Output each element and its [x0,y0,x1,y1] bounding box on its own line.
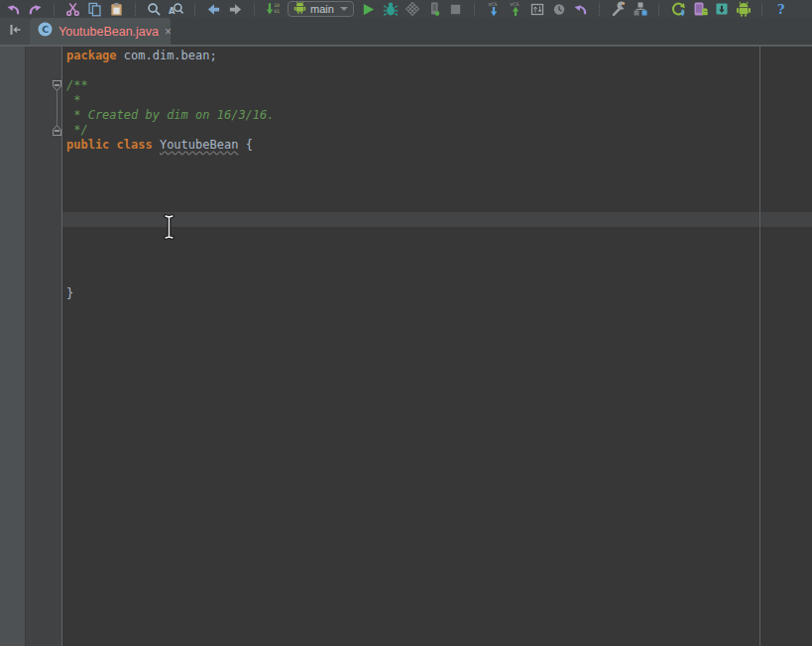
code-token: * [66,93,80,107]
main-toolbar: A 10 01 main VCS VCS [0,0,812,18]
code-token: } [66,286,73,300]
toolbar-separator [467,0,483,18]
class-icon: C [38,22,53,41]
device-monitor-icon[interactable] [733,0,754,18]
tab-youtubebean-java[interactable]: C YoutubeBean.java × [30,18,171,45]
run-icon[interactable] [358,0,380,18]
fold-end-marker[interactable] [53,125,61,136]
svg-text:?: ? [777,2,784,17]
editor-gutter[interactable] [26,47,62,646]
code-content: package com.dim.bean;/** * * Created by … [66,49,275,301]
code-line[interactable] [66,153,275,167]
project-structure-icon[interactable] [630,0,651,18]
find-icon[interactable] [143,0,165,18]
code-line[interactable]: } [66,286,275,301]
attach-debugger-icon[interactable] [423,0,445,18]
code-line[interactable] [66,212,275,227]
redo-icon[interactable] [24,0,46,18]
code-token: /** [66,78,88,92]
code-line[interactable] [66,197,275,212]
toolbar-separator [754,0,770,18]
avd-manager-icon[interactable] [689,0,711,18]
back-icon[interactable] [202,0,224,18]
toolbar-separator [651,0,667,18]
toolwindow-collapse-button[interactable] [0,18,30,45]
code-line[interactable] [66,271,275,286]
code-line[interactable] [66,227,275,242]
code-line[interactable] [66,182,275,197]
code-line[interactable]: package com.dim.bean; [66,49,275,63]
code-token: * Created by dim on 16/3/16. [66,108,275,122]
copy-icon[interactable] [83,0,105,18]
code-line[interactable]: public class YoutubeBean { [66,138,275,153]
help-icon[interactable]: ? [770,0,792,18]
cut-icon[interactable] [61,0,83,18]
coverage-icon[interactable] [402,0,423,18]
sync-gradle-icon[interactable] [667,0,689,18]
vcs-update-icon[interactable]: VCS [483,0,505,18]
debug-icon[interactable] [380,0,402,18]
compare-icon[interactable] [526,0,548,18]
rollback-icon[interactable] [570,0,592,18]
fold-start-marker[interactable] [53,80,61,91]
run-config-select[interactable]: main [288,1,354,17]
code-line[interactable]: * Created by dim on 16/3/16. [66,108,275,123]
svg-text:01: 01 [274,9,280,14]
code-token: */ [66,123,88,137]
run-config-label: main [310,2,334,16]
fold-region-line [57,91,58,125]
stop-icon[interactable] [445,0,467,18]
right-margin-guide [759,47,760,646]
toolbar-separator [186,0,202,18]
tab-label: YoutubeBean.java [58,25,159,39]
toolbar-separator [592,0,608,18]
code-line[interactable] [66,167,275,182]
svg-text:10: 10 [274,3,280,8]
recent-changes-icon[interactable] [548,0,570,18]
compile-icon[interactable]: 10 01 [262,0,284,18]
toolwindow-stripe [0,47,26,646]
paste-icon[interactable] [105,0,127,18]
code-token: com.dim.bean; [124,49,217,62]
code-token: package [66,49,124,62]
code-line[interactable]: /** [66,78,275,93]
code-token: YoutubeBean [160,138,238,152]
code-line[interactable] [66,257,275,271]
tab-close-icon[interactable]: × [165,26,172,38]
undo-icon[interactable] [2,0,24,18]
settings-icon[interactable] [608,0,630,18]
android-robot-icon [293,0,306,18]
code-line[interactable] [66,242,275,257]
replace-icon[interactable]: A [165,0,186,18]
toolwindow-collapse-icon [7,22,23,42]
code-line[interactable] [66,63,275,78]
sdk-manager-icon[interactable] [711,0,733,18]
code-line[interactable]: * [66,93,275,108]
ide-window: A 10 01 main VCS VCS [0,0,812,646]
toolbar-separator [127,0,143,18]
svg-text:C: C [42,24,49,35]
code-token: public class [66,138,160,152]
code-line[interactable]: */ [66,123,275,138]
forward-icon[interactable] [224,0,246,18]
chevron-down-icon [340,7,348,11]
svg-text:VCS: VCS [510,2,519,7]
toolbar-separator [46,0,61,18]
code-token: { [238,138,252,152]
toolbar-separator [246,0,262,18]
svg-text:VCS: VCS [488,2,497,7]
vcs-commit-icon[interactable]: VCS [505,0,526,18]
